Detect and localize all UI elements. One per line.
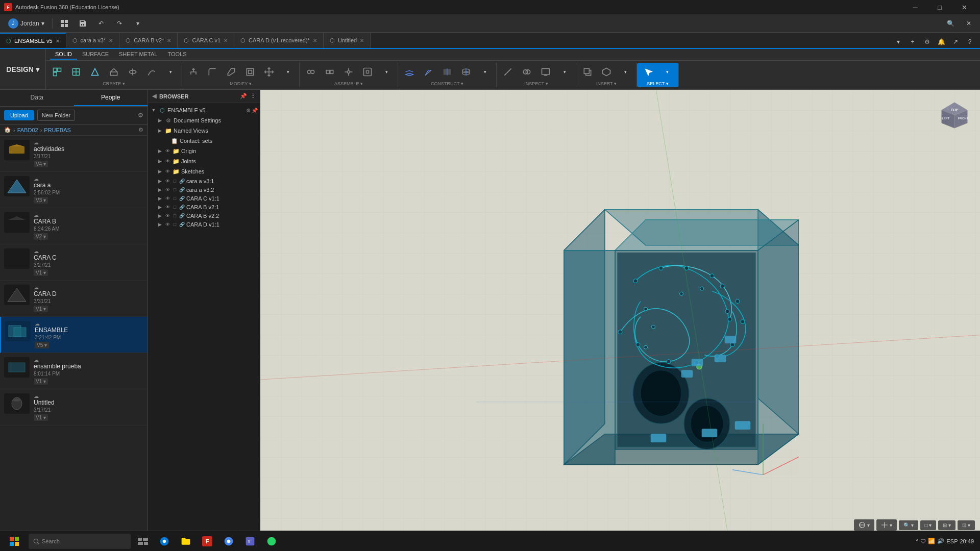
- more-create-button[interactable]: ▾: [161, 64, 180, 80]
- offset-plane-button[interactable]: [400, 64, 419, 80]
- file-version[interactable]: V1 ▾: [34, 269, 48, 276]
- orbit-tool[interactable]: ▾: [854, 519, 874, 531]
- more-construct-button[interactable]: ▾: [476, 64, 494, 80]
- tree-item-cara-a-v3-2[interactable]: ▶ 👁 □ 🔗 cara a v3:2: [148, 185, 260, 194]
- view-cube[interactable]: TOP LEFT FRONT: [939, 100, 970, 131]
- vis-eye-icon[interactable]: 👁: [164, 168, 171, 175]
- display-settings-button[interactable]: [536, 64, 555, 80]
- insert-mesh-button[interactable]: [597, 64, 616, 80]
- minimize-button[interactable]: ─: [903, 0, 927, 14]
- list-item[interactable]: ☁ ensamble prueba 8:01:14 PM V1 ▾: [0, 353, 148, 389]
- more-assemble-button[interactable]: ▾: [377, 64, 396, 80]
- list-item[interactable]: ☁ Untitled 3/17/21 V1 ▾: [0, 389, 148, 425]
- list-item[interactable]: ☁ actividades 3/17/21 V4 ▾: [0, 136, 148, 172]
- settings-tab-button[interactable]: ⚙: [921, 36, 933, 48]
- form-button[interactable]: [86, 64, 104, 80]
- list-item[interactable]: ☁ CARA D 3/31/21 V1 ▾: [0, 281, 148, 317]
- tab-solid[interactable]: SOLID: [50, 49, 77, 60]
- browser-pin-icon[interactable]: 📌: [240, 93, 247, 99]
- tab-sheet-metal[interactable]: SHEET METAL: [114, 49, 162, 60]
- upload-button[interactable]: Upload: [4, 110, 34, 120]
- tray-speaker-icon[interactable]: 🔊: [937, 538, 944, 544]
- chrome-button[interactable]: [218, 531, 239, 552]
- fillet-button[interactable]: [203, 64, 222, 80]
- vis-eye-icon[interactable]: 👁: [164, 212, 171, 219]
- revolve-button[interactable]: [124, 64, 142, 80]
- tree-item-cara-b-v2-2[interactable]: ▶ 👁 □ 🔗 CARA B v2:2: [148, 211, 260, 220]
- new-folder-button[interactable]: New Folder: [37, 110, 75, 121]
- vis-eye-icon[interactable]: 👁: [164, 204, 171, 210]
- press-pull-button[interactable]: [184, 64, 203, 80]
- tab-cara-d[interactable]: ⬡ CARA D (v1-recovered)* ✕: [234, 33, 324, 48]
- panel-settings-icon[interactable]: ⚙: [138, 112, 143, 119]
- plane-at-angle-button[interactable]: [419, 64, 437, 80]
- more-select-button[interactable]: ▾: [658, 64, 676, 80]
- breadcrumb-settings-icon[interactable]: ⚙: [138, 127, 143, 133]
- interference-button[interactable]: [518, 64, 536, 80]
- redo-button[interactable]: ↷: [112, 16, 127, 31]
- more-modify-button[interactable]: ▾: [279, 64, 297, 80]
- sketch-button[interactable]: [67, 64, 85, 80]
- save-button[interactable]: [76, 16, 90, 31]
- list-item[interactable]: ☁ CARA C 3/27/21 V1 ▾: [0, 244, 148, 281]
- whatsapp-button[interactable]: [261, 531, 282, 552]
- tree-item-cara-b-v2-1[interactable]: ▶ 👁 □ 🔗 CARA B v2:1: [148, 203, 260, 211]
- file-version[interactable]: V2 ▾: [34, 233, 48, 240]
- tab-close-ensamble[interactable]: ✕: [56, 38, 60, 44]
- tree-item-cara-d-v1-1[interactable]: ▶ 👁 □ 🔗 CARA D v1:1: [148, 220, 260, 229]
- fusion360-button[interactable]: F: [197, 531, 217, 552]
- vis-eye-icon[interactable]: 👁: [164, 221, 171, 228]
- vis-eye-icon[interactable]: 👁: [164, 158, 171, 165]
- vis-eye-icon[interactable]: 👁: [164, 178, 171, 184]
- tree-item-contact-sets[interactable]: 📋 Contact: sets: [148, 136, 260, 146]
- browser-toggle[interactable]: ◀: [152, 93, 156, 99]
- tab-data[interactable]: Data: [0, 90, 74, 106]
- vis-eye-icon[interactable]: 👁: [164, 186, 171, 193]
- maximize-button[interactable]: □: [928, 0, 951, 14]
- vis-link-icon[interactable]: 🔗: [179, 178, 185, 184]
- tree-settings-icon[interactable]: ⚙: [246, 108, 251, 113]
- list-item[interactable]: ☁ ENSAMBLE 3:21:42 PM V5 ▾: [0, 317, 148, 353]
- explorer-button[interactable]: [176, 531, 196, 552]
- vis-link-icon[interactable]: 🔗: [179, 186, 185, 193]
- vis-box-icon[interactable]: □: [172, 221, 178, 228]
- vis-eye-icon[interactable]: 👁: [164, 195, 171, 202]
- undo-list-button[interactable]: ▾: [131, 16, 145, 31]
- close-panel-button[interactable]: ✕: [962, 16, 976, 31]
- tray-arrow[interactable]: ^: [916, 538, 918, 544]
- tab-untitled[interactable]: ⬡ Untitled ✕: [324, 33, 371, 48]
- tree-item-cara-c-v1-1[interactable]: ▶ 👁 □ 🔗 CARA C v1:1: [148, 194, 260, 203]
- notification-button[interactable]: 🔔: [935, 36, 947, 48]
- tab-dropdown-button[interactable]: ▾: [892, 36, 904, 48]
- measure-button[interactable]: [499, 64, 517, 80]
- joint-origin-button[interactable]: [339, 64, 358, 80]
- rigid-group-button[interactable]: [358, 64, 377, 80]
- breadcrumb-fabd02[interactable]: FABD02: [17, 127, 38, 133]
- vis-eye-icon[interactable]: 👁: [164, 148, 171, 155]
- file-version[interactable]: V3 ▾: [34, 197, 48, 204]
- file-version[interactable]: V1 ▾: [34, 378, 48, 385]
- vis-box-icon[interactable]: □: [172, 204, 178, 210]
- chamfer-button[interactable]: [222, 64, 240, 80]
- tab-cara-a-v3[interactable]: ⬡ cara a v3* ✕: [66, 33, 120, 48]
- undo-button[interactable]: ↶: [94, 16, 108, 31]
- tab-people[interactable]: People: [74, 90, 148, 106]
- viewport[interactable]: TOP LEFT FRONT ▾ ▾ 🔍 ▾ □ ▾ ⊞ ▾ ⊡ ▾: [260, 90, 980, 536]
- file-version[interactable]: V1 ▾: [34, 414, 48, 421]
- tab-close-cara-c[interactable]: ✕: [224, 38, 228, 43]
- sweep-button[interactable]: [142, 64, 161, 80]
- tab-cara-b-v2[interactable]: ⬡ CARA B v2* ✕: [119, 33, 178, 48]
- display-mode-tool[interactable]: □ ▾: [920, 520, 937, 530]
- task-view-button[interactable]: [133, 531, 153, 552]
- tab-cara-c-v1[interactable]: ⬡ CARA C v1 ✕: [178, 33, 234, 48]
- axis-cylinder-button[interactable]: [457, 64, 475, 80]
- tree-pin-icon[interactable]: 📌: [252, 108, 258, 113]
- tree-item-sketches[interactable]: ▶ 👁 📁 Sketches: [148, 166, 260, 177]
- teams-button[interactable]: T: [240, 531, 260, 552]
- tree-item-doc-settings[interactable]: ▶ ⚙ Document Settings: [148, 115, 260, 126]
- more-inspect-button[interactable]: ▾: [555, 64, 574, 80]
- tree-item-named-views[interactable]: ▶ 📁 Named Views: [148, 126, 260, 136]
- zoom-tool[interactable]: 🔍 ▾: [899, 520, 918, 530]
- vis-link-icon[interactable]: 🔗: [179, 221, 185, 228]
- vis-box-icon[interactable]: □: [172, 186, 178, 193]
